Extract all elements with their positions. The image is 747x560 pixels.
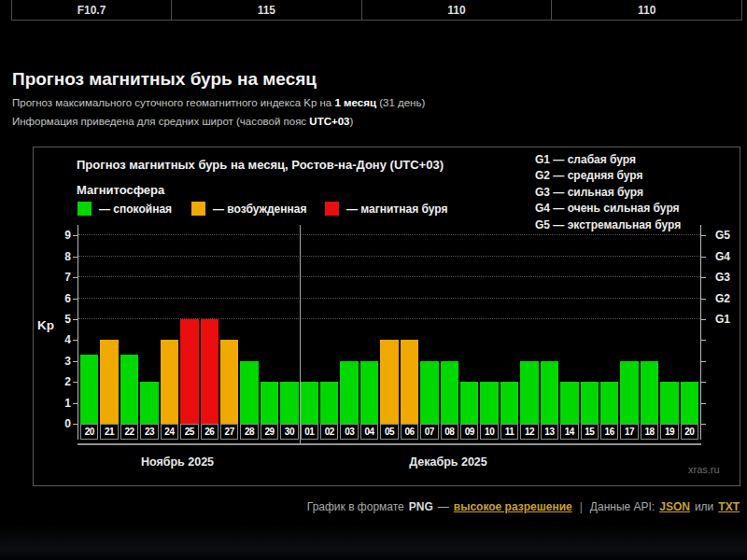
kp-bar-day-13 xyxy=(541,361,558,424)
g-scale-line: G4 — очень сильная буря xyxy=(535,201,681,217)
y-tick-label: 6 xyxy=(52,292,71,305)
json-api-link[interactable]: JSON xyxy=(659,500,690,513)
kp-bar-day-07 xyxy=(420,361,438,424)
g-level-label-g4: G4 xyxy=(715,250,730,263)
txt-api-link[interactable]: TXT xyxy=(718,500,740,513)
date-label-02: 02 xyxy=(320,424,338,440)
date-label-18: 18 xyxy=(641,424,658,440)
left-tick xyxy=(73,340,78,341)
active-color-swatch xyxy=(191,202,205,216)
date-label-30: 30 xyxy=(280,424,298,440)
kp-bar-day-18 xyxy=(641,361,658,424)
table-cell-value-1: 115 xyxy=(172,0,362,20)
kp-bar-day-04 xyxy=(360,361,378,424)
kp-bar-day-21 xyxy=(100,340,118,424)
right-tick xyxy=(701,403,706,404)
date-label-15: 15 xyxy=(581,424,599,440)
magnetic-storm-chart: Прогноз магнитных бурь на месяц, Ростов-… xyxy=(33,147,740,486)
date-label-12: 12 xyxy=(520,424,538,440)
legend-label: — возбужденная xyxy=(213,203,306,216)
date-label-03: 03 xyxy=(340,424,358,440)
kp-bar-day-29 xyxy=(261,382,278,424)
right-tick xyxy=(701,382,706,383)
table-cell-value-3: 110 xyxy=(552,0,741,20)
right-tick xyxy=(701,277,706,278)
date-label-17: 17 xyxy=(620,424,638,440)
g-scale-legend: G1 — слабая буря G2 — средняя буря G3 — … xyxy=(535,152,681,233)
date-label-11: 11 xyxy=(500,424,518,440)
date-label-13: 13 xyxy=(541,424,558,440)
right-tick xyxy=(701,340,706,341)
date-label-14: 14 xyxy=(560,424,578,440)
legend-label: — магнитная буря xyxy=(346,203,447,216)
plot-area-wrapper: Kp 0123456789G1G2G3G4G5 2021222324252627… xyxy=(78,225,701,445)
legend-item-storm: — магнитная буря xyxy=(325,202,447,216)
chart-title: Прогноз магнитных бурь на месяц, Ростов-… xyxy=(77,158,444,172)
date-label-04: 04 xyxy=(360,424,378,440)
legend-label: — спокойная xyxy=(99,203,172,216)
xras-watermark: xras.ru xyxy=(688,464,720,475)
bars-container xyxy=(78,225,700,424)
y-tick-label: 0 xyxy=(52,417,71,430)
date-label-05: 05 xyxy=(380,424,398,440)
month-label-december: Декабрь 2025 xyxy=(409,455,487,469)
right-tick xyxy=(701,424,706,425)
date-label-24: 24 xyxy=(161,424,178,440)
kp-bar-day-28 xyxy=(240,361,258,424)
date-axis: 2021222324252627282930010203040506070809… xyxy=(78,424,700,440)
date-label-10: 10 xyxy=(480,424,498,440)
kp-bar-day-24 xyxy=(161,340,178,424)
kp-bar-day-19 xyxy=(660,382,678,424)
left-tick xyxy=(73,361,78,362)
g-scale-line: G2 — средняя буря xyxy=(535,168,681,184)
footer-api-text: Данные API: xyxy=(590,500,655,513)
kp-bar-day-06 xyxy=(401,340,418,424)
kp-bar-plot: Kp 0123456789G1G2G3G4G5 xyxy=(78,225,700,424)
date-label-19: 19 xyxy=(660,424,678,440)
right-tick xyxy=(701,299,706,300)
left-tick xyxy=(73,319,78,320)
y-tick-label: 8 xyxy=(52,250,71,263)
footer-text: График в формате xyxy=(307,500,404,513)
table-cell-f107-label: F10.7 xyxy=(12,0,172,20)
left-tick xyxy=(73,277,78,278)
month-label-november: Ноябрь 2025 xyxy=(141,455,214,469)
date-label-09: 09 xyxy=(460,424,478,440)
right-tick xyxy=(701,235,706,236)
g-level-label-g5: G5 xyxy=(715,229,730,242)
kp-bar-day-10 xyxy=(480,382,498,424)
storm-color-swatch xyxy=(325,202,339,216)
date-label-23: 23 xyxy=(140,424,158,440)
date-label-21: 21 xyxy=(100,424,118,440)
date-label-29: 29 xyxy=(261,424,278,440)
date-label-20: 20 xyxy=(80,424,98,440)
bottom-vignette xyxy=(0,525,747,560)
left-tick xyxy=(73,299,78,300)
date-label-07: 07 xyxy=(420,424,438,440)
y-tick-label: 4 xyxy=(52,333,71,346)
legend-item-quiet: — спокойная xyxy=(78,202,172,216)
kp-bar-day-05 xyxy=(380,340,398,424)
left-tick xyxy=(73,424,78,425)
kp-bar-day-20 xyxy=(80,355,98,424)
chart-footer: График в формате PNG — высокое разрешени… xyxy=(307,500,740,513)
right-tick xyxy=(701,361,706,362)
forecast-description-line2: Информация приведена для средних широт (… xyxy=(12,116,353,127)
kp-bar-day-09 xyxy=(460,382,478,424)
g-level-label-g3: G3 xyxy=(715,271,730,284)
legend-item-active: — возбужденная xyxy=(191,202,306,216)
legend-title: Магнитосфера xyxy=(77,183,164,197)
forecast-description-line1: Прогноз максимального суточного геомагни… xyxy=(12,97,425,108)
footer-or-text: или xyxy=(695,500,713,513)
high-resolution-link[interactable]: высокое разрешение xyxy=(454,500,572,513)
left-tick xyxy=(73,235,78,236)
y-tick-label: 5 xyxy=(52,313,71,326)
date-label-25: 25 xyxy=(180,424,198,440)
y-tick-label: 2 xyxy=(52,375,71,388)
kp-bar-day-27 xyxy=(220,340,238,424)
kp-bar-day-01 xyxy=(301,382,318,424)
page-title: Прогноз магнитных бурь на месяц xyxy=(12,69,317,90)
quiet-color-swatch xyxy=(78,202,92,216)
g-level-label-g2: G2 xyxy=(715,292,730,305)
kp-bar-day-12 xyxy=(520,361,538,424)
